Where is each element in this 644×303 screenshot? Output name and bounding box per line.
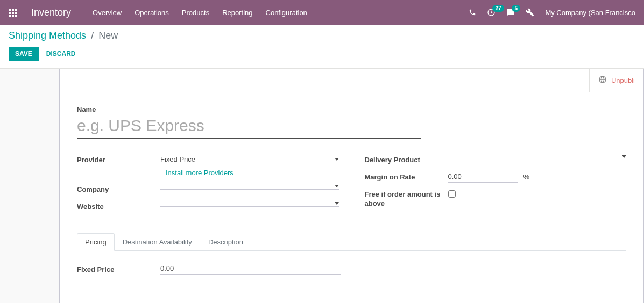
debug-icon[interactable] [526, 8, 534, 17]
tab-pricing[interactable]: Pricing [77, 233, 115, 251]
save-button[interactable]: Save [9, 47, 39, 61]
apps-icon[interactable] [9, 9, 18, 16]
caret-down-icon [335, 185, 339, 187]
top-nav: Inventory Overview Operations Products R… [0, 0, 644, 25]
provider-value: Fixed Price [160, 155, 332, 163]
unpublished-label: Unpubli [611, 76, 635, 84]
left-column: Provider Fixed Price Install more Provid… [77, 154, 339, 218]
nav-right: 27 5 My Company (San Francisco [469, 8, 635, 17]
company-select[interactable] [160, 183, 339, 190]
breadcrumb-separator: / [91, 30, 94, 41]
install-providers-link[interactable]: Install more Providers [160, 165, 233, 180]
caret-down-icon [335, 202, 339, 205]
globe-icon [598, 75, 607, 85]
name-input[interactable] [77, 116, 421, 139]
delivery-product-select[interactable] [448, 154, 627, 160]
name-label: Name [77, 105, 626, 113]
tab-description[interactable]: Description [200, 233, 251, 251]
caret-down-icon [335, 158, 339, 161]
form-columns: Provider Fixed Price Install more Provid… [77, 154, 626, 218]
fixed-price-label: Fixed Price [77, 263, 160, 275]
nav-operations[interactable]: Operations [135, 9, 169, 17]
nav-configuration[interactable]: Configuration [266, 9, 307, 17]
free-over-label: Free if order amount is above [365, 188, 448, 208]
company-label: Company [77, 183, 160, 194]
phone-icon[interactable] [469, 9, 476, 16]
app-title[interactable]: Inventory [31, 7, 71, 18]
provider-label: Provider [77, 154, 160, 165]
form-sheet-bg: Unpubli Name Provider Fixed Price [0, 69, 644, 303]
messages-icon[interactable]: 5 [506, 8, 515, 17]
tabs: Pricing Destination Availability Descrip… [77, 233, 626, 251]
form-sheet: Unpubli Name Provider Fixed Price [59, 69, 644, 303]
tab-destination[interactable]: Destination Availability [115, 233, 200, 251]
margin-input[interactable] [448, 171, 518, 183]
website-label: Website [77, 200, 160, 212]
tab-pane-pricing: Fixed Price [77, 251, 626, 290]
control-bar: Shipping Methods / New Save Discard [0, 25, 644, 69]
activities-icon[interactable]: 27 [487, 8, 496, 17]
nav-reporting[interactable]: Reporting [222, 9, 252, 17]
margin-label: Margin on Rate [365, 171, 448, 182]
fixed-price-input[interactable] [160, 263, 341, 275]
website-publish-button[interactable]: Unpubli [589, 69, 643, 92]
company-selector[interactable]: My Company (San Francisco [545, 9, 635, 17]
provider-select[interactable]: Fixed Price [160, 154, 339, 165]
website-select[interactable] [160, 200, 339, 207]
margin-unit: % [523, 173, 530, 181]
right-column: Delivery Product Margin on Rate % [365, 154, 627, 218]
notebook: Pricing Destination Availability Descrip… [77, 233, 626, 290]
sheet-inner: Name Provider Fixed Price Install more P… [60, 92, 643, 303]
control-buttons: Save Discard [9, 47, 635, 61]
activities-badge: 27 [492, 5, 504, 12]
discard-button[interactable]: Discard [46, 50, 76, 57]
breadcrumb: Shipping Methods / New [9, 30, 635, 41]
breadcrumb-current: New [98, 30, 118, 41]
nav-overview[interactable]: Overview [93, 9, 122, 17]
free-over-checkbox[interactable] [448, 190, 456, 198]
title-group: Name [77, 105, 626, 139]
breadcrumb-parent[interactable]: Shipping Methods [9, 30, 86, 41]
delivery-product-label: Delivery Product [365, 154, 448, 165]
nav-products[interactable]: Products [182, 9, 209, 17]
caret-down-icon [622, 155, 626, 158]
messages-badge: 5 [512, 5, 520, 12]
nav-menu: Overview Operations Products Reporting C… [93, 9, 469, 17]
button-box: Unpubli [60, 69, 643, 92]
